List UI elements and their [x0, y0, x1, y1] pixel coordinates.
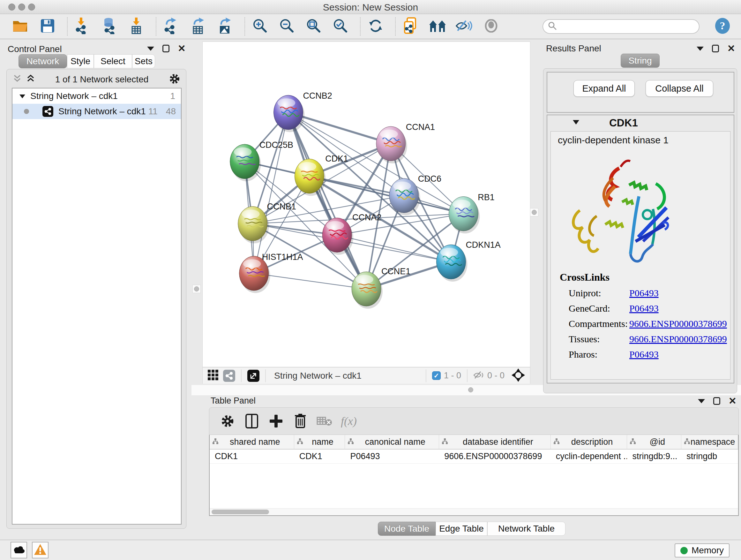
column-header[interactable]: name: [294, 435, 345, 449]
zoom-selected-button[interactable]: [332, 17, 349, 36]
delete-table-button[interactable]: [315, 412, 334, 431]
export-network-button[interactable]: [163, 17, 180, 36]
table-cell[interactable]: cyclin-dependent ...: [551, 449, 627, 463]
network-collection-list: String Network – cdk1 1 String Network –…: [12, 88, 182, 524]
network-options-gear-icon[interactable]: [169, 73, 180, 86]
tab-node-table[interactable]: Node Table: [378, 522, 435, 536]
column-header[interactable]: @id: [627, 435, 681, 449]
close-panel-icon[interactable]: ✕: [727, 45, 735, 52]
compartments-link[interactable]: 9606.ENSP00000378699: [629, 318, 727, 329]
float-panel-icon[interactable]: [712, 45, 719, 52]
table-cell[interactable]: 9606.ENSP00000378699: [439, 449, 551, 463]
toolbar-separator: [156, 17, 156, 36]
tab-network[interactable]: Network: [18, 54, 67, 68]
node-table-row[interactable]: CDK1CDK1P064939606.ENSP00000378699cyclin…: [210, 449, 738, 463]
table-cell[interactable]: CDK1: [210, 449, 294, 463]
collapse-all-networks-icon[interactable]: [13, 74, 21, 85]
tissues-link[interactable]: 9606.ENSP00000378699: [629, 334, 727, 345]
tab-select[interactable]: Select: [94, 54, 132, 68]
collapse-panel-icon[interactable]: [698, 399, 705, 403]
birdseye-navigator-icon[interactable]: [512, 368, 525, 383]
expand-all-button[interactable]: Expand All: [574, 80, 635, 97]
show-all-button[interactable]: [482, 17, 500, 36]
left-splitter-handle[interactable]: [192, 285, 201, 293]
grid-view-icon[interactable]: [208, 370, 219, 382]
table-options-button[interactable]: [218, 412, 238, 431]
export-image-button[interactable]: [216, 17, 233, 36]
refresh-layout-button[interactable]: [367, 17, 384, 36]
tree-sort-icon: [212, 438, 219, 446]
zoom-fit-button[interactable]: [305, 17, 322, 36]
right-splitter-handle[interactable]: [530, 208, 538, 216]
column-header[interactable]: shared name: [210, 435, 294, 449]
export-table-icon: [191, 17, 205, 36]
table-panel-window-buttons: ✕: [698, 397, 737, 405]
zoom-out-button[interactable]: [278, 17, 295, 36]
bottom-splitter-dot-icon[interactable]: [468, 387, 473, 392]
close-panel-icon[interactable]: ✕: [178, 45, 186, 52]
save-session-button[interactable]: [39, 17, 56, 36]
expand-all-networks-icon[interactable]: [26, 74, 35, 85]
selected-nodes-checkbox[interactable]: ✓: [432, 371, 441, 380]
table-cell[interactable]: stringdb: [681, 449, 738, 463]
function-builder-button[interactable]: f(x): [341, 415, 357, 428]
float-panel-icon[interactable]: [162, 45, 170, 52]
import-network-file-button[interactable]: [74, 17, 91, 36]
first-neighbors-button[interactable]: [429, 17, 446, 36]
tab-string[interactable]: String: [621, 54, 660, 68]
column-header[interactable]: canonical name: [345, 435, 439, 449]
network-row-selected[interactable]: String Network – cdk1 11 48: [12, 104, 181, 119]
tab-style[interactable]: Style: [67, 54, 94, 68]
table-cell[interactable]: P06493: [345, 449, 439, 463]
memory-button[interactable]: Memory: [675, 543, 730, 557]
node-label: CCNB1: [267, 202, 296, 211]
tab-edge-table[interactable]: Edge Table: [435, 522, 487, 536]
open-session-button[interactable]: [12, 17, 29, 36]
crosslink-label: Pharos:: [569, 349, 629, 360]
zoom-in-button[interactable]: [252, 17, 269, 36]
column-header[interactable]: database identifier: [439, 435, 551, 449]
string-style-badge-icon[interactable]: [223, 370, 235, 382]
table-cell[interactable]: CDK1: [294, 449, 345, 463]
toolbar-separator: [67, 17, 68, 36]
float-panel-icon[interactable]: [713, 397, 720, 405]
crosslink-row: Uniprot: P06493: [569, 288, 730, 299]
delete-column-button[interactable]: [290, 412, 310, 431]
hide-selected-button[interactable]: [456, 17, 473, 36]
close-panel-icon[interactable]: ✕: [729, 397, 737, 405]
table-cell[interactable]: stringdb:9...: [627, 449, 681, 463]
column-header[interactable]: namespace: [681, 435, 738, 449]
collapse-panel-icon[interactable]: [697, 47, 704, 51]
collapse-panel-icon[interactable]: [147, 47, 154, 51]
network-name: String Network – cdk1: [58, 106, 146, 117]
search-input[interactable]: [542, 19, 699, 34]
export-table-button[interactable]: [190, 17, 207, 36]
import-network-database-button[interactable]: [101, 17, 118, 36]
cloud-service-button[interactable]: [10, 542, 27, 558]
uniprot-link[interactable]: P06493: [629, 288, 659, 299]
genecard-link[interactable]: P06493: [629, 303, 659, 314]
clone-network-button[interactable]: [402, 17, 419, 36]
pharos-link[interactable]: P06493: [629, 349, 659, 360]
network-canvas[interactable]: CCNB2CCNA1CDC25BCDK1CDC6RB1CCNB1CCNA2CDK…: [203, 42, 530, 367]
help-button[interactable]: ?: [714, 17, 731, 36]
table-horizontal-scrollbar[interactable]: [210, 508, 738, 515]
gene-entry-panel: CDK1 cyclin-dependent kinase 1: [547, 115, 734, 383]
collection-expand-icon[interactable]: [19, 91, 26, 101]
scrollbar-thumb[interactable]: [212, 509, 269, 514]
column-header[interactable]: description: [551, 435, 627, 449]
tab-sets[interactable]: Sets: [132, 54, 155, 68]
node-label: CCNA2: [352, 212, 381, 222]
collapse-all-button[interactable]: Collapse All: [646, 80, 713, 97]
create-column-button[interactable]: [266, 412, 286, 431]
open-in-browser-icon[interactable]: [247, 370, 259, 382]
control-panel-title: Control Panel: [8, 44, 62, 54]
collection-row[interactable]: String Network – cdk1 1: [12, 88, 181, 104]
import-table-button[interactable]: [128, 17, 145, 36]
warnings-button[interactable]: [32, 542, 49, 558]
show-columns-button[interactable]: [242, 412, 262, 431]
hidden-eye-slash-icon[interactable]: [473, 371, 484, 381]
gene-entry-header[interactable]: CDK1: [547, 115, 734, 131]
tab-network-table[interactable]: Network Table: [487, 522, 565, 536]
entry-collapse-icon[interactable]: [572, 119, 580, 126]
